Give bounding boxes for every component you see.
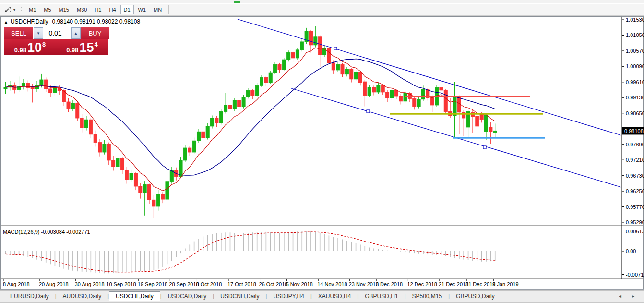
chart-tab-gbpusd-daily[interactable]: GBPUSD,Daily	[450, 292, 501, 301]
date-axis-label: 19 Sep 2018	[138, 281, 167, 287]
candle-up	[287, 52, 290, 60]
trendline-handle[interactable]	[483, 146, 486, 149]
chart-tab-usdcad-daily[interactable]: USDCAD,Daily	[162, 292, 213, 301]
ohlc-values: 0.98140 0.98191 0.98022 0.98108	[52, 18, 141, 25]
candle-down	[394, 90, 398, 96]
macd-axis-label: 0.006137	[626, 229, 644, 234]
candle-up	[84, 120, 88, 128]
candle-down	[134, 173, 137, 186]
candle-up	[242, 97, 245, 107]
candle-down	[430, 98, 434, 105]
candle-up	[224, 105, 227, 112]
chart-tab-usdcnh-daily[interactable]: USDCNH,Daily	[214, 292, 265, 301]
date-axis-label: 5 Nov 2018	[286, 281, 313, 287]
candle-up	[296, 50, 299, 58]
candle-up	[40, 80, 43, 85]
candle-down	[440, 87, 443, 90]
chart-tab-bar: EURUSD,Daily|AUDUSD,Daily|USDCHF,Daily|U…	[0, 290, 644, 302]
lot-increase-button[interactable]: ▲	[71, 27, 81, 39]
price-axis-label: 0.96250	[626, 188, 644, 194]
chart-tab-xauusd-h4[interactable]: XAUUSD,H4	[312, 292, 358, 301]
candle-up	[156, 194, 160, 206]
price-axis-label: 0.99130	[626, 95, 644, 100]
candle-down	[413, 98, 416, 106]
candle-down	[161, 194, 165, 199]
candle-up	[166, 182, 169, 199]
chart-tab-usdjpy-h4[interactable]: USDJPY,H4	[267, 292, 310, 301]
candle-up	[179, 160, 182, 177]
chart-tab-gbpusd-h1[interactable]: GBPUSD,H1	[358, 292, 404, 301]
macd-indicator-label: MACD(12,26,9) -0.003084 -0.002771	[3, 229, 90, 235]
candle-up	[211, 118, 214, 126]
trendline-handle[interactable]	[367, 110, 370, 113]
candle-down	[76, 103, 79, 118]
price-axis-label: 1.00570	[626, 48, 644, 54]
candle-down	[332, 63, 335, 70]
candle-down	[399, 96, 403, 101]
candle-up	[345, 69, 348, 74]
date-axis-label: 31 Dec 2018	[465, 281, 495, 287]
candle-down	[489, 127, 492, 132]
price-axis-label: 1.00090	[626, 63, 644, 69]
tab-scroll-arrows[interactable]: ◄ ►	[618, 294, 639, 299]
candle-up	[417, 99, 420, 107]
candle-up	[274, 64, 277, 73]
candle-up	[4, 87, 7, 89]
chart-tab-eurusd-daily[interactable]: EURUSD,Daily	[4, 292, 55, 301]
candle-up	[453, 97, 456, 116]
sell-button[interactable]: SELL	[4, 27, 33, 39]
candle-down	[152, 200, 155, 206]
candle-down	[31, 87, 34, 89]
chart-tab-audusd-daily[interactable]: AUDUSD,Daily	[57, 292, 108, 301]
candle-up	[36, 85, 39, 89]
candle-down	[386, 92, 389, 98]
candle-up	[269, 73, 272, 82]
candle-down	[120, 158, 124, 170]
candle-up	[404, 94, 407, 101]
candle-down	[107, 144, 110, 160]
date-axis-label: 30 Aug 2018	[75, 281, 105, 287]
symbol-period-label: USDCHF,Daily	[11, 18, 48, 25]
lot-decrease-button[interactable]: ▼	[34, 27, 43, 39]
date-axis-label: 21 Dec 2018	[439, 281, 468, 287]
candle-down	[228, 105, 232, 109]
candle-down	[264, 77, 268, 82]
sell-price-button[interactable]: 0.98 10 8	[4, 39, 56, 55]
candle-up	[377, 85, 380, 92]
buy-price-button[interactable]: 0.98 15 4	[56, 39, 108, 55]
candle-down	[94, 134, 97, 143]
candle-down	[238, 100, 241, 107]
buy-price-sup: 4	[95, 41, 98, 48]
price-axis-label: 0.95770	[626, 204, 644, 210]
lot-size-input[interactable]: 0.01	[44, 27, 71, 39]
chart-tab-sp500-m15[interactable]: SP500,M15	[406, 292, 449, 301]
candle-up	[246, 90, 250, 97]
candle-down	[125, 170, 129, 180]
price-axis-label: 0.97690	[626, 142, 644, 147]
trendline-handle[interactable]	[334, 47, 337, 50]
candle-down	[202, 132, 205, 137]
candle-down	[188, 148, 191, 152]
candle-up	[116, 158, 119, 167]
candle-down	[251, 90, 254, 95]
chart-tab-usdchf-daily[interactable]: USDCHF,Daily	[109, 291, 160, 301]
chart-title: ▲USDCHF,Daily0.98140 0.98191 0.98022 0.9…	[4, 18, 140, 25]
candle-up	[183, 148, 187, 160]
buy-button[interactable]: BUY	[81, 27, 109, 39]
candle-up	[354, 72, 358, 79]
candle-up	[206, 126, 209, 138]
candle-down	[318, 37, 322, 55]
candle-up	[233, 100, 236, 109]
candle-down	[98, 143, 102, 152]
chart-tabs: EURUSD,Daily|AUDUSD,Daily|USDCHF,Daily|U…	[4, 291, 501, 301]
candle-up	[103, 144, 106, 152]
price-axis-label: 0.97210	[626, 157, 644, 163]
collapse-triangle-icon[interactable]: ▲	[4, 20, 8, 24]
candle-up	[260, 77, 263, 85]
candle-down	[291, 52, 295, 58]
chart-background[interactable]	[1, 17, 643, 289]
date-axis-label: 23 Nov 2018	[349, 281, 379, 287]
candle-down	[278, 64, 281, 69]
price-axis-label: 0.95290	[626, 219, 644, 225]
candle-down	[67, 102, 70, 109]
